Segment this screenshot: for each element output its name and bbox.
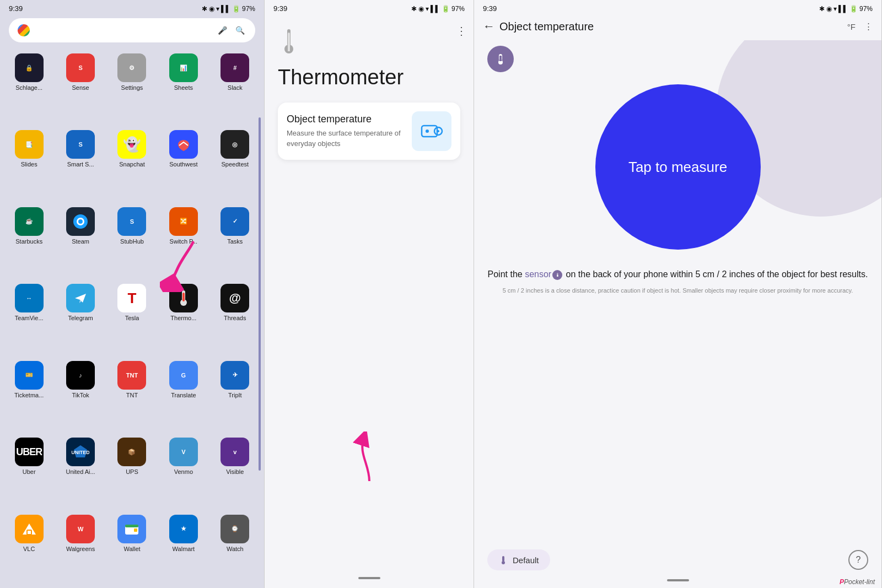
back-button[interactable]: ← — [483, 19, 495, 34]
thermometer-title: Thermometer — [278, 66, 460, 89]
default-thermo-icon — [498, 555, 508, 565]
app-label-stubhub: StubHub — [120, 238, 144, 245]
app-item-translate[interactable]: GTranslate — [159, 358, 208, 432]
app-item-slack[interactable]: #Slack — [211, 50, 260, 125]
app-item-tiktok[interactable]: ♪TikTok — [56, 358, 105, 432]
app-label-united: United Ai... — [66, 468, 95, 475]
mic-icon[interactable]: 🎤 — [216, 24, 229, 37]
svg-point-28 — [502, 561, 505, 564]
sig-icon-3: ▌▌ — [838, 5, 848, 13]
phone-1-app-drawer: 9:39 ✱ ◉ ▾ ▌▌ 🔋 97% 🎤 🔍 🔒Schlage...SSens… — [0, 0, 265, 588]
app-item-telegram[interactable]: Telegram — [56, 280, 105, 355]
app-label-tripit: TripIt — [228, 392, 242, 398]
search-bar[interactable]: 🎤 🔍 — [9, 18, 255, 42]
app-item-sheets[interactable]: 📊Sheets — [159, 50, 208, 125]
status-bar-3: 9:39 ✱ ◉ ▾ ▌▌ 🔋 97% — [474, 0, 881, 15]
overflow-menu[interactable]: ⋮ — [456, 24, 467, 37]
unit-selector[interactable]: °F — [847, 22, 856, 31]
app-icon-schlage: 🔒 — [15, 53, 44, 82]
app-item-starbucks[interactable]: ☕Starbucks — [4, 204, 53, 278]
tap-to-measure-button[interactable]: Tap to measure — [595, 84, 761, 250]
object-temperature-card[interactable]: Object temperature Measure the surface t… — [278, 103, 460, 160]
app-item-walgreens[interactable]: WWalgreens — [56, 511, 105, 586]
app-item-ups[interactable]: 📦UPS — [107, 434, 157, 509]
app-label-slack: Slack — [228, 84, 243, 91]
instruction-text: Point the sensor🌡 on the back of your ph… — [483, 267, 873, 282]
lens-icon[interactable]: 🔍 — [233, 24, 246, 37]
bat-pct-3: 97% — [859, 5, 873, 13]
app-label-ups: UPS — [126, 468, 138, 475]
app-icon-slides: 📑 — [15, 130, 44, 159]
app-item-schlage[interactable]: 🔒Schlage... — [4, 50, 53, 125]
app-item-southwest[interactable]: Southwest — [159, 127, 208, 201]
object-temp-body: Tap to measure Point the sensor🌡 on the … — [474, 40, 881, 543]
card-desc: Measure the surface temperature of every… — [287, 128, 405, 148]
app-item-switchp[interactable]: 🔀Switch P... — [159, 204, 208, 278]
bottom-indicator-3 — [667, 579, 689, 581]
app-item-tnt[interactable]: TNTTNT — [107, 358, 157, 432]
app-item-united[interactable]: UNITEDUnited Ai... — [56, 434, 105, 509]
app-label-sense: Sense — [72, 84, 89, 91]
status-bar-1: 9:39 ✱ ◉ ▾ ▌▌ 🔋 97% — [0, 0, 264, 15]
svg-rect-11 — [125, 525, 138, 527]
scroll-indicator — [259, 117, 261, 470]
pink-arrow-phone2 — [353, 431, 386, 489]
app-item-snapchat[interactable]: 👻Snapchat — [107, 127, 157, 201]
default-label: Default — [513, 555, 539, 565]
app-item-uber[interactable]: UBERUber — [4, 434, 53, 509]
app-icon-tasks: ✓ — [220, 207, 249, 236]
app-label-slides: Slides — [21, 161, 37, 168]
app-item-wallet[interactable]: Wallet — [107, 511, 157, 586]
card-text: Object temperature Measure the surface t… — [287, 114, 405, 148]
app-item-thermo[interactable]: Thermo... — [159, 280, 208, 355]
app-icon-sense: S — [66, 53, 95, 82]
app-item-venmo[interactable]: VVenmo — [159, 434, 208, 509]
signal-icon: ▌▌ — [221, 5, 230, 13]
help-button[interactable]: ? — [848, 550, 868, 570]
status-icons-3: ✱ ◉ ▾ ▌▌ 🔋 97% — [819, 5, 873, 13]
app-item-tripit[interactable]: ✈TripIt — [211, 358, 260, 432]
app-label-snapchat: Snapchat — [119, 161, 144, 168]
app-item-threads[interactable]: @Threads — [211, 280, 260, 355]
time-1: 9:39 — [9, 4, 23, 13]
app-item-sense[interactable]: SSense — [56, 50, 105, 125]
app-item-watch[interactable]: ⌚Watch — [211, 511, 260, 586]
object-temp-icon-svg — [420, 119, 444, 143]
app-label-visible: Visible — [226, 468, 244, 475]
app-item-teamviewer[interactable]: ↔TeamVie... — [4, 280, 53, 355]
overflow-menu-3[interactable]: ⋮ — [864, 21, 873, 31]
time-3: 9:39 — [483, 4, 497, 13]
app-icon-steam — [66, 207, 95, 236]
app-item-steam[interactable]: Steam — [56, 204, 105, 278]
bottom-bar-3: Default ? — [474, 543, 881, 575]
app-item-stubhub[interactable]: SStubHub — [107, 204, 157, 278]
thermo-app-icon — [278, 26, 300, 57]
svg-marker-8 — [23, 524, 36, 535]
app-item-walmart[interactable]: ★Walmart — [159, 511, 208, 586]
app-icon-tesla: T — [117, 284, 146, 312]
app-item-tesla[interactable]: TTesla — [107, 280, 157, 355]
app-icon-watch: ⌚ — [220, 515, 249, 543]
app-item-visible[interactable]: vVisible — [211, 434, 260, 509]
app-item-vlc[interactable]: VLC — [4, 511, 53, 586]
app-item-ticketmaster[interactable]: 🎫Ticketma... — [4, 358, 53, 432]
app-icon-united: UNITED — [66, 438, 95, 466]
app-label-watch: Watch — [227, 546, 244, 552]
thermometer-sensor-icon — [494, 52, 507, 66]
app-item-settings[interactable]: ⚙Settings — [107, 50, 157, 125]
app-item-speedtest[interactable]: ◎Speedtest — [211, 127, 260, 201]
app-icon-tnt: TNT — [117, 361, 146, 390]
app-icon-ups: 📦 — [117, 438, 146, 466]
app-label-speedtest: Speedtest — [222, 161, 249, 168]
app-icon-vlc — [15, 515, 44, 543]
default-mode-button[interactable]: Default — [487, 549, 550, 570]
watermark: PPocket-lint — [840, 578, 875, 586]
app-item-slides[interactable]: 📑Slides — [4, 127, 53, 201]
status-icons-2: ✱ ◉ ▾ ▌▌ 🔋 97% — [411, 5, 465, 13]
bt-icon-3: ✱ — [819, 5, 825, 13]
card-title: Object temperature — [287, 114, 405, 125]
card-image — [412, 111, 451, 151]
app-icon-smarts: S — [66, 130, 95, 159]
app-item-smarts[interactable]: SSmart S... — [56, 127, 105, 201]
app-item-tasks[interactable]: ✓Tasks — [211, 204, 260, 278]
